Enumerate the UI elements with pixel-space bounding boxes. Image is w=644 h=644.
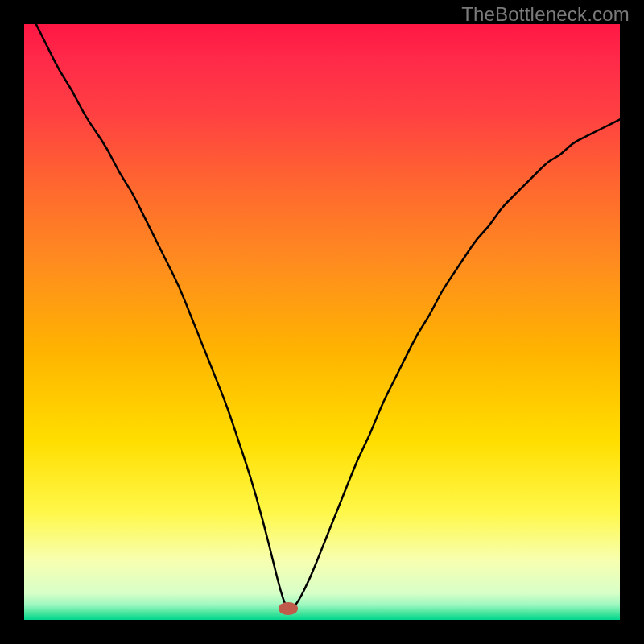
- plot-area: [24, 24, 620, 620]
- bottleneck-chart: [24, 24, 620, 620]
- chart-frame: TheBottleneck.com: [0, 0, 644, 644]
- watermark-text: TheBottleneck.com: [461, 3, 630, 26]
- minimum-marker-icon: [279, 602, 298, 615]
- gradient-background: [24, 24, 620, 620]
